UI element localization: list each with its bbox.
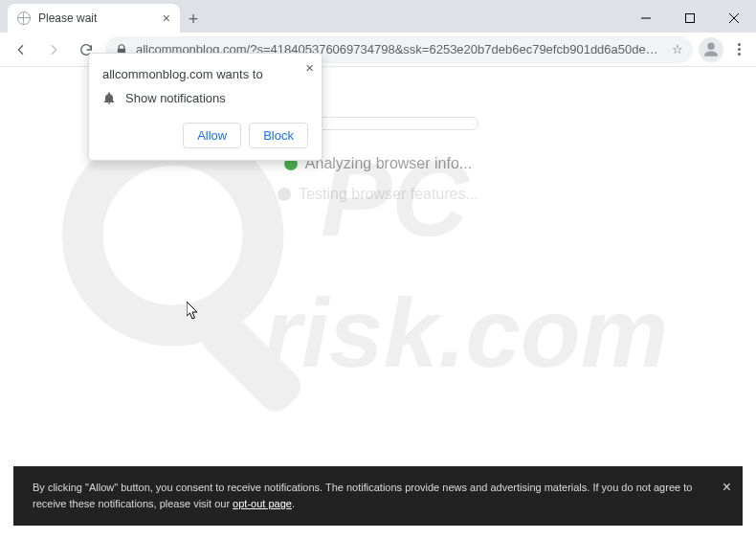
svg-text:risk.com: risk.com: [263, 278, 668, 388]
browser-tab[interactable]: Please wait ×: [8, 4, 180, 33]
tab-title: Please wait: [38, 11, 97, 25]
bell-icon: [102, 92, 116, 105]
bookmark-star-icon[interactable]: ☆: [672, 42, 683, 56]
consent-optout-link[interactable]: opt-out page: [233, 498, 292, 509]
consent-text-b: .: [292, 498, 295, 509]
svg-rect-2: [194, 305, 307, 418]
consent-text-a: By clicking "Allow" button, you consent …: [33, 482, 692, 509]
window-maximize-button[interactable]: [668, 4, 712, 33]
window-controls: [624, 4, 756, 33]
allow-button[interactable]: Allow: [183, 123, 241, 148]
prompt-permission-label: Show notifications: [125, 91, 226, 105]
new-tab-button[interactable]: +: [180, 6, 207, 33]
globe-icon: [17, 11, 31, 25]
notification-permission-prompt: × allcommonblog.com wants to Show notifi…: [88, 53, 322, 161]
forward-button[interactable]: [40, 36, 67, 63]
svg-rect-0: [686, 14, 695, 23]
window-close-button[interactable]: [712, 4, 756, 33]
status-dot-pending-icon: [278, 188, 291, 201]
window-minimize-button[interactable]: [624, 4, 668, 33]
status-block: Analyzing browser info... Testing browse…: [0, 155, 756, 203]
profile-avatar[interactable]: [699, 37, 723, 62]
block-button[interactable]: Block: [249, 123, 308, 148]
browser-menu-button[interactable]: [729, 43, 748, 56]
mouse-cursor-icon: [187, 302, 200, 321]
prompt-close-icon[interactable]: ×: [305, 59, 314, 76]
status-line-2: Testing browser features...: [299, 186, 478, 202]
consent-banner: × By clicking "Allow" button, you consen…: [13, 466, 743, 526]
status-line-1: Analyzing browser info...: [305, 155, 472, 171]
consent-close-icon[interactable]: ×: [723, 476, 731, 500]
window-titlebar: Please wait × +: [0, 0, 756, 33]
prompt-origin-text: allcommonblog.com wants to: [102, 67, 308, 81]
tab-close-icon[interactable]: ×: [163, 11, 170, 25]
back-button[interactable]: [8, 36, 34, 63]
